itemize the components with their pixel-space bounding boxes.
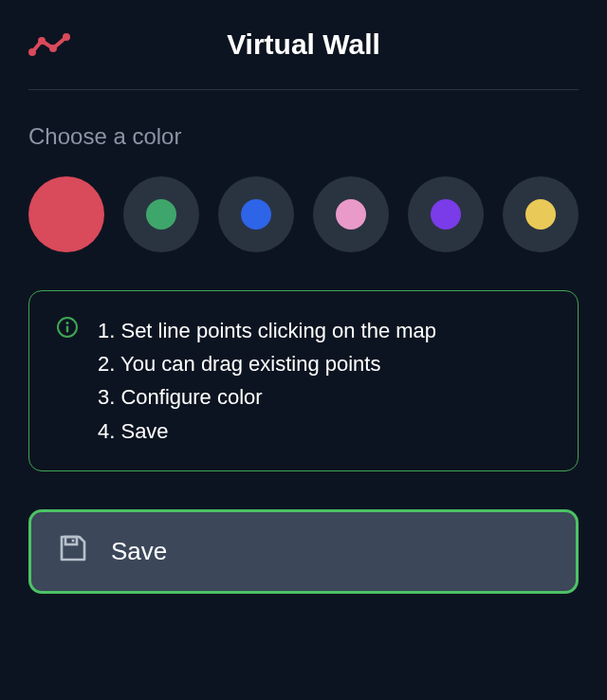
color-swatch-4[interactable]: [408, 176, 484, 252]
info-content: 1. Set line points clicking on the map 2…: [98, 314, 436, 448]
save-button-label: Save: [111, 537, 167, 566]
color-section-label: Choose a color: [28, 123, 579, 150]
svg-rect-6: [66, 326, 68, 333]
color-swatch-3[interactable]: [313, 176, 389, 252]
color-dot: [146, 199, 176, 230]
color-swatch-2[interactable]: [218, 176, 294, 252]
save-icon: [58, 533, 88, 570]
page-title: Virtual Wall: [28, 28, 579, 61]
svg-rect-7: [65, 537, 77, 544]
info-line-4: 4. Save: [98, 414, 436, 448]
info-line-2: 2. You can drag existing points: [98, 347, 436, 380]
color-dot: [525, 199, 556, 230]
color-picker-row: [28, 176, 579, 252]
color-dot: [336, 199, 366, 230]
svg-rect-8: [72, 539, 75, 542]
header: Virtual Wall: [28, 28, 579, 90]
color-swatch-5[interactable]: [503, 176, 579, 252]
svg-point-5: [66, 322, 69, 324]
info-icon: [56, 316, 79, 448]
color-dot: [431, 199, 461, 230]
color-dot: [241, 199, 271, 230]
save-button[interactable]: Save: [28, 509, 579, 594]
info-box: 1. Set line points clicking on the map 2…: [28, 290, 579, 471]
color-swatch-0[interactable]: [28, 176, 104, 252]
color-swatch-1[interactable]: [123, 176, 199, 252]
info-line-1: 1. Set line points clicking on the map: [98, 314, 436, 347]
info-line-3: 3. Configure color: [98, 380, 436, 414]
color-dot: [28, 176, 104, 252]
